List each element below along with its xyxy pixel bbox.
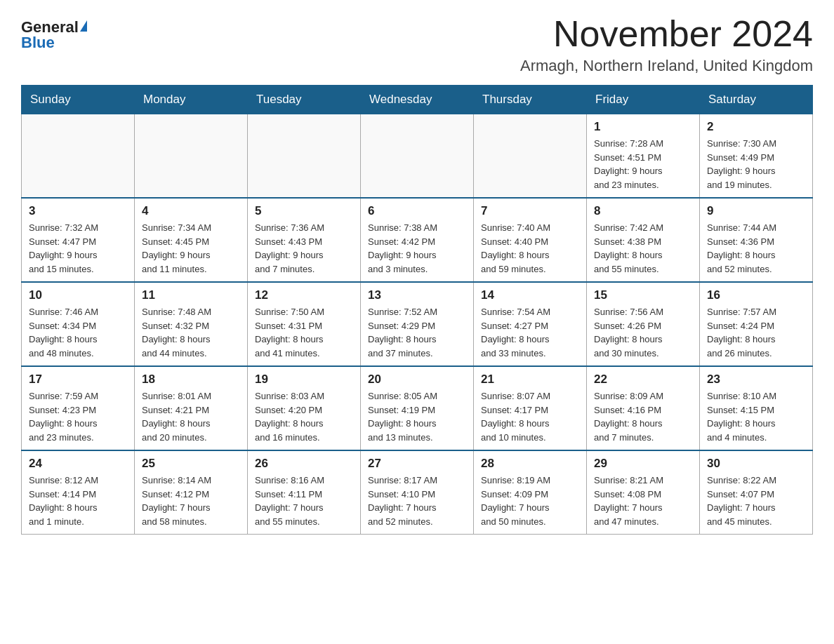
day-info: Sunrise: 7:50 AMSunset: 4:31 PMDaylight:… [255,305,353,360]
day-number: 29 [594,457,692,471]
day-number: 19 [255,373,353,387]
day-number: 26 [255,457,353,471]
calendar-cell: 7Sunrise: 7:40 AMSunset: 4:40 PMDaylight… [474,198,587,282]
day-number: 17 [29,373,127,387]
day-number: 28 [481,457,579,471]
day-number: 21 [481,373,579,387]
calendar-cell [474,114,587,199]
location-text: Armagh, Northern Ireland, United Kingdom [520,57,813,75]
day-info: Sunrise: 7:38 AMSunset: 4:42 PMDaylight:… [368,221,466,276]
calendar-cell: 30Sunrise: 8:22 AMSunset: 4:07 PMDayligh… [700,450,813,535]
day-info: Sunrise: 7:48 AMSunset: 4:32 PMDaylight:… [142,305,240,360]
calendar-cell: 12Sunrise: 7:50 AMSunset: 4:31 PMDayligh… [248,282,361,366]
calendar-cell: 11Sunrise: 7:48 AMSunset: 4:32 PMDayligh… [135,282,248,366]
logo-blue-text: Blue [21,35,55,51]
day-number: 3 [29,204,127,218]
weekday-header-wednesday: Wednesday [361,86,474,114]
weekday-header-saturday: Saturday [700,86,813,114]
day-info: Sunrise: 8:12 AMSunset: 4:14 PMDaylight:… [29,474,127,528]
day-info: Sunrise: 7:57 AMSunset: 4:24 PMDaylight:… [707,305,805,360]
calendar-cell: 14Sunrise: 7:54 AMSunset: 4:27 PMDayligh… [474,282,587,366]
day-info: Sunrise: 8:17 AMSunset: 4:10 PMDaylight:… [368,474,466,528]
day-number: 24 [29,457,127,471]
calendar-cell: 18Sunrise: 8:01 AMSunset: 4:21 PMDayligh… [135,366,248,450]
calendar-cell: 3Sunrise: 7:32 AMSunset: 4:47 PMDaylight… [22,198,135,282]
calendar-cell: 27Sunrise: 8:17 AMSunset: 4:10 PMDayligh… [361,450,474,535]
calendar-week-row: 17Sunrise: 7:59 AMSunset: 4:23 PMDayligh… [22,366,813,450]
calendar-cell: 6Sunrise: 7:38 AMSunset: 4:42 PMDaylight… [361,198,474,282]
day-number: 7 [481,204,579,218]
day-info: Sunrise: 7:40 AMSunset: 4:40 PMDaylight:… [481,221,579,276]
calendar-cell: 23Sunrise: 8:10 AMSunset: 4:15 PMDayligh… [700,366,813,450]
weekday-header-sunday: Sunday [22,86,135,114]
weekday-header-thursday: Thursday [474,86,587,114]
day-number: 1 [594,120,692,134]
calendar-cell: 13Sunrise: 7:52 AMSunset: 4:29 PMDayligh… [361,282,474,366]
weekday-header-friday: Friday [587,86,700,114]
day-number: 27 [368,457,466,471]
day-info: Sunrise: 8:09 AMSunset: 4:16 PMDaylight:… [594,389,692,444]
day-number: 12 [255,288,353,302]
day-info: Sunrise: 7:32 AMSunset: 4:47 PMDaylight:… [29,221,127,276]
calendar-cell: 8Sunrise: 7:42 AMSunset: 4:38 PMDaylight… [587,198,700,282]
day-info: Sunrise: 7:36 AMSunset: 4:43 PMDaylight:… [255,221,353,276]
calendar-cell: 5Sunrise: 7:36 AMSunset: 4:43 PMDaylight… [248,198,361,282]
month-title: November 2024 [520,14,813,54]
day-info: Sunrise: 7:46 AMSunset: 4:34 PMDaylight:… [29,305,127,360]
day-info: Sunrise: 8:22 AMSunset: 4:07 PMDaylight:… [707,474,805,528]
day-number: 13 [368,288,466,302]
day-number: 11 [142,288,240,302]
page-header: General Blue November 2024 Armagh, North… [21,14,813,75]
calendar-cell: 24Sunrise: 8:12 AMSunset: 4:14 PMDayligh… [22,450,135,535]
day-info: Sunrise: 7:28 AMSunset: 4:51 PMDaylight:… [594,137,692,192]
calendar-cell: 21Sunrise: 8:07 AMSunset: 4:17 PMDayligh… [474,366,587,450]
day-info: Sunrise: 7:42 AMSunset: 4:38 PMDaylight:… [594,221,692,276]
day-number: 23 [707,373,805,387]
day-number: 2 [707,120,805,134]
calendar-cell: 29Sunrise: 8:21 AMSunset: 4:08 PMDayligh… [587,450,700,535]
calendar-cell: 25Sunrise: 8:14 AMSunset: 4:12 PMDayligh… [135,450,248,535]
day-info: Sunrise: 7:30 AMSunset: 4:49 PMDaylight:… [707,137,805,192]
day-info: Sunrise: 7:34 AMSunset: 4:45 PMDaylight:… [142,221,240,276]
calendar-cell: 1Sunrise: 7:28 AMSunset: 4:51 PMDaylight… [587,114,700,199]
title-area: November 2024 Armagh, Northern Ireland, … [520,14,813,75]
calendar-cell [135,114,248,199]
day-number: 10 [29,288,127,302]
day-info: Sunrise: 8:14 AMSunset: 4:12 PMDaylight:… [142,474,240,528]
day-number: 16 [707,288,805,302]
logo-triangle-icon [80,20,87,32]
day-info: Sunrise: 8:21 AMSunset: 4:08 PMDaylight:… [594,474,692,528]
day-number: 6 [368,204,466,218]
day-number: 22 [594,373,692,387]
day-info: Sunrise: 8:01 AMSunset: 4:21 PMDaylight:… [142,389,240,444]
calendar-cell [22,114,135,199]
day-info: Sunrise: 8:03 AMSunset: 4:20 PMDaylight:… [255,389,353,444]
day-number: 8 [594,204,692,218]
day-info: Sunrise: 7:56 AMSunset: 4:26 PMDaylight:… [594,305,692,360]
day-info: Sunrise: 7:54 AMSunset: 4:27 PMDaylight:… [481,305,579,360]
calendar-cell [361,114,474,199]
calendar-cell: 2Sunrise: 7:30 AMSunset: 4:49 PMDaylight… [700,114,813,199]
calendar-week-row: 3Sunrise: 7:32 AMSunset: 4:47 PMDaylight… [22,198,813,282]
calendar-cell: 28Sunrise: 8:19 AMSunset: 4:09 PMDayligh… [474,450,587,535]
calendar-cell: 9Sunrise: 7:44 AMSunset: 4:36 PMDaylight… [700,198,813,282]
day-info: Sunrise: 8:10 AMSunset: 4:15 PMDaylight:… [707,389,805,444]
day-number: 9 [707,204,805,218]
logo-general-text: General [21,20,79,35]
day-info: Sunrise: 8:16 AMSunset: 4:11 PMDaylight:… [255,474,353,528]
weekday-header-monday: Monday [135,86,248,114]
calendar-cell: 17Sunrise: 7:59 AMSunset: 4:23 PMDayligh… [22,366,135,450]
day-info: Sunrise: 8:19 AMSunset: 4:09 PMDaylight:… [481,474,579,528]
calendar-cell: 19Sunrise: 8:03 AMSunset: 4:20 PMDayligh… [248,366,361,450]
calendar-week-row: 10Sunrise: 7:46 AMSunset: 4:34 PMDayligh… [22,282,813,366]
calendar-cell: 16Sunrise: 7:57 AMSunset: 4:24 PMDayligh… [700,282,813,366]
day-info: Sunrise: 8:05 AMSunset: 4:19 PMDaylight:… [368,389,466,444]
logo: General Blue [21,14,87,51]
day-info: Sunrise: 7:59 AMSunset: 4:23 PMDaylight:… [29,389,127,444]
day-number: 30 [707,457,805,471]
day-number: 18 [142,373,240,387]
calendar-cell: 20Sunrise: 8:05 AMSunset: 4:19 PMDayligh… [361,366,474,450]
day-number: 25 [142,457,240,471]
weekday-header-tuesday: Tuesday [248,86,361,114]
calendar-header-row: SundayMondayTuesdayWednesdayThursdayFrid… [22,86,813,114]
